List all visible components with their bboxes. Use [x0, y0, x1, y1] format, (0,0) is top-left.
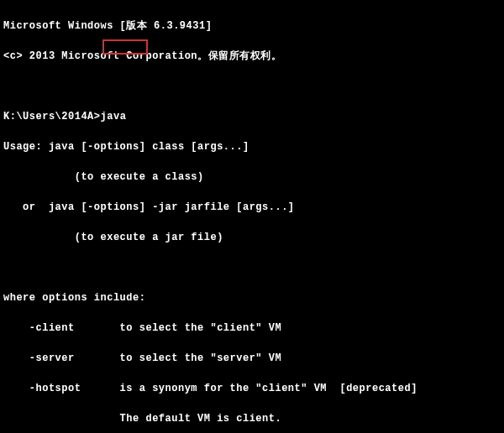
- usage-line-1: Usage: java [-options] class [args...]: [3, 139, 501, 154]
- prompt-path: K:\Users\2014A>: [3, 111, 101, 123]
- prompt-line: K:\Users\2014A>java: [3, 109, 501, 124]
- blank-line: [3, 260, 501, 275]
- option-line: -hotspot is a synonym for the "client" V…: [3, 381, 501, 396]
- usage-line-4: (to execute a jar file): [3, 230, 501, 245]
- header-line-2: <c> 2013 Microsoft Corporation。保留所有权利。: [3, 49, 501, 64]
- option-line: -server to select the "server" VM: [3, 351, 501, 366]
- option-line: The default VM is client.: [3, 411, 501, 426]
- command-text: java: [101, 111, 127, 123]
- terminal-output[interactable]: Microsoft Windows [版本 6.3.9431] <c> 2013…: [3, 3, 501, 433]
- option-line: -client to select the "client" VM: [3, 321, 501, 336]
- header-line-1: Microsoft Windows [版本 6.3.9431]: [3, 18, 501, 34]
- blank-line: [3, 79, 501, 94]
- usage-line-2: (to execute a class): [3, 170, 501, 185]
- options-header: where options include:: [3, 290, 501, 305]
- usage-line-3: or java [-options] -jar jarfile [args...…: [3, 200, 501, 215]
